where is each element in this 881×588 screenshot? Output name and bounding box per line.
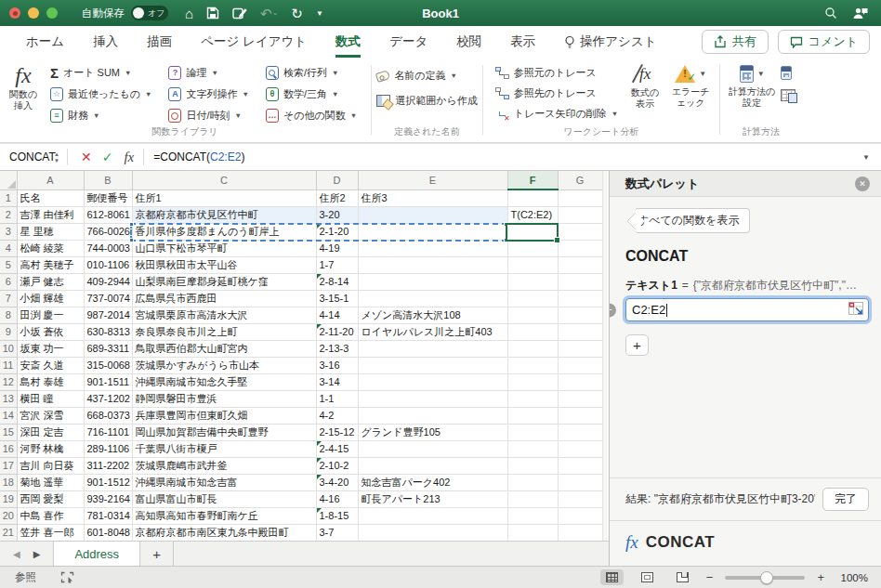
- cell-E8[interactable]: メゾン高清水大沢108: [358, 307, 507, 323]
- cell-D1[interactable]: 住所2: [316, 189, 358, 206]
- insert-function-icon[interactable]: fx: [124, 150, 134, 165]
- row-header-11[interactable]: 11: [0, 357, 17, 373]
- cell-D3[interactable]: 2-1-20: [316, 223, 358, 240]
- cell-A18[interactable]: 菊地 遥華: [17, 474, 84, 490]
- column-header-B[interactable]: B: [84, 171, 132, 189]
- cell-G4[interactable]: [558, 240, 602, 256]
- home-icon[interactable]: ⌂: [185, 7, 193, 20]
- cell-F21[interactable]: [507, 524, 558, 541]
- cell-A20[interactable]: 中島 喜作: [17, 507, 84, 524]
- row-header-17[interactable]: 17: [0, 457, 17, 474]
- row-header-12[interactable]: 12: [0, 373, 17, 390]
- cell-F13[interactable]: [507, 390, 558, 407]
- enter-icon[interactable]: ✓: [102, 150, 113, 164]
- cell-D19[interactable]: 4-16: [316, 490, 358, 507]
- cell-A11[interactable]: 安斎 久道: [17, 357, 84, 373]
- row-header-6[interactable]: 6: [0, 273, 17, 290]
- cell-C18[interactable]: 沖縄県南城市知念吉富: [132, 474, 316, 490]
- row-header-8[interactable]: 8: [0, 307, 17, 323]
- vertical-scrollbar[interactable]: [602, 171, 609, 541]
- cell-B5[interactable]: 010-1106: [84, 256, 132, 273]
- cell-C7[interactable]: 広島県呉市西鹿田: [132, 290, 316, 307]
- cell-D2[interactable]: 3-20: [316, 206, 358, 223]
- cell-F19[interactable]: [507, 490, 558, 507]
- cell-B2[interactable]: 612-8061: [84, 206, 132, 223]
- cell-D8[interactable]: 4-14: [316, 307, 358, 323]
- cell-F20[interactable]: [507, 507, 558, 524]
- cell-C17[interactable]: 茨城県鹿嶋市武井釜: [132, 457, 316, 474]
- row-header-5[interactable]: 5: [0, 256, 17, 273]
- insert-function-button[interactable]: fx 関数の挿入: [4, 62, 43, 111]
- formula-bar-expand-chevron-icon[interactable]: ▼: [862, 153, 870, 162]
- cell-E19[interactable]: 町長アパート213: [358, 490, 507, 507]
- cell-E2[interactable]: [358, 206, 507, 223]
- more-functions-button[interactable]: …その他の関数▼: [266, 109, 357, 123]
- column-header-E[interactable]: E: [358, 171, 507, 189]
- cell-C10[interactable]: 鳥取県西伯郡大山町宮内: [132, 340, 316, 357]
- cell-C1[interactable]: 住所1: [132, 189, 316, 206]
- financial-button[interactable]: ≡財務▼: [50, 109, 151, 123]
- recently-used-button[interactable]: ☆最近使ったもの▼: [50, 87, 151, 101]
- create-from-selection-button[interactable]: 選択範囲から作成: [376, 94, 478, 108]
- zoom-out-button[interactable]: −: [706, 570, 714, 584]
- autosave-toggle[interactable]: オフ: [131, 6, 168, 20]
- cell-E21[interactable]: [358, 524, 507, 541]
- cell-D7[interactable]: 3-15-1: [316, 290, 358, 307]
- cell-D4[interactable]: 4-19: [316, 240, 358, 256]
- cell-G5[interactable]: [558, 256, 602, 273]
- cell-B6[interactable]: 409-2944: [84, 273, 132, 290]
- cell-F3[interactable]: [507, 223, 558, 240]
- cell-B4[interactable]: 744-0003: [84, 240, 132, 256]
- text-functions-button[interactable]: A文字列操作▼: [168, 87, 248, 101]
- name-box-stepper[interactable]: ▲▼: [54, 151, 59, 163]
- cell-G3[interactable]: [558, 223, 602, 240]
- calculate-sheet-button[interactable]: [781, 89, 796, 101]
- row-header-10[interactable]: 10: [0, 340, 17, 357]
- logical-button[interactable]: ?論理▼: [168, 66, 248, 80]
- cell-D11[interactable]: 3-16: [316, 357, 358, 373]
- cell-D13[interactable]: 1-1: [316, 390, 358, 407]
- cell-E10[interactable]: [358, 340, 507, 357]
- account-icon[interactable]: [852, 7, 868, 20]
- cell-G14[interactable]: [558, 407, 602, 424]
- cell-E4[interactable]: [358, 240, 507, 256]
- cell-A21[interactable]: 笠井 喜一郎: [17, 524, 84, 541]
- cell-C5[interactable]: 秋田県秋田市太平山谷: [132, 256, 316, 273]
- row-header-20[interactable]: 20: [0, 507, 17, 524]
- row-header-1[interactable]: 1: [0, 189, 17, 206]
- cell-A5[interactable]: 高村 美穂子: [17, 256, 84, 273]
- cell-C9[interactable]: 奈良県奈良市川之上町: [132, 323, 316, 340]
- cell-A19[interactable]: 西岡 愛梨: [17, 490, 84, 507]
- error-checking-button[interactable]: ▼ エラーチェック: [666, 62, 715, 109]
- cell-G21[interactable]: [558, 524, 602, 541]
- cell-B8[interactable]: 987-2014: [84, 307, 132, 323]
- remove-argument-button[interactable]: −: [610, 303, 616, 317]
- page-break-view-button[interactable]: [671, 569, 694, 585]
- edit-mode-icon[interactable]: [232, 7, 247, 20]
- cell-C15[interactable]: 岡山県加賀郡吉備中央町豊野: [132, 424, 316, 440]
- cell-A10[interactable]: 坂東 功一: [17, 340, 84, 357]
- remove-arrows-button[interactable]: トレース矢印の削除▼: [495, 107, 618, 121]
- cell-G11[interactable]: [558, 357, 602, 373]
- cell-G7[interactable]: [558, 290, 602, 307]
- row-header-15[interactable]: 15: [0, 424, 17, 440]
- cell-F2[interactable]: T(C2:E2): [507, 206, 558, 223]
- column-header-G[interactable]: G: [558, 171, 602, 189]
- row-header-13[interactable]: 13: [0, 390, 17, 407]
- name-box[interactable]: CONCAT: [0, 150, 54, 163]
- cell-B18[interactable]: 901-1512: [84, 474, 132, 490]
- cell-F16[interactable]: [507, 440, 558, 457]
- cell-E5[interactable]: [358, 256, 507, 273]
- row-header-14[interactable]: 14: [0, 407, 17, 424]
- row-header-9[interactable]: 9: [0, 323, 17, 340]
- cell-G13[interactable]: [558, 390, 602, 407]
- previous-sheet-icon[interactable]: ◀: [13, 549, 20, 559]
- select-all-corner[interactable]: [0, 171, 17, 189]
- add-sheet-button[interactable]: +: [140, 542, 174, 566]
- cell-G2[interactable]: [558, 206, 602, 223]
- zoom-window-button[interactable]: [46, 7, 58, 19]
- cell-A16[interactable]: 河野 林檎: [17, 440, 84, 457]
- cell-B13[interactable]: 437-1202: [84, 390, 132, 407]
- column-header-D[interactable]: D: [316, 171, 358, 189]
- lookup-reference-button[interactable]: 検索/行列▼: [266, 66, 357, 80]
